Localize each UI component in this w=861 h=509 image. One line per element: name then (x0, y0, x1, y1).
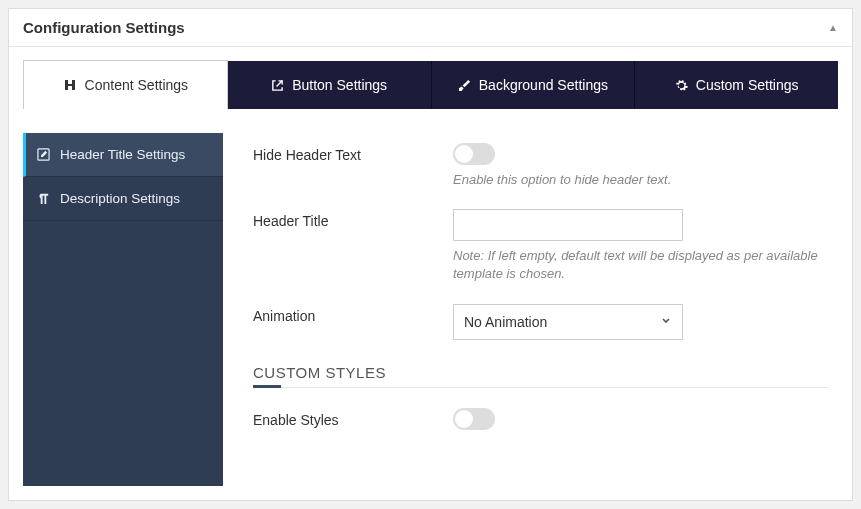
tab-content-settings[interactable]: Content Settings (23, 60, 228, 109)
chevron-down-icon (660, 314, 672, 329)
hide-header-text-help: Enable this option to hide header text. (453, 171, 828, 189)
panel-header: Configuration Settings ▲ (9, 9, 852, 47)
tab-custom-settings[interactable]: Custom Settings (635, 61, 838, 109)
tab-label: Background Settings (479, 77, 608, 93)
sidebar-item-description[interactable]: Description Settings (23, 177, 223, 221)
animation-label: Animation (253, 304, 453, 324)
header-title-input[interactable] (453, 209, 683, 241)
sidebar-item-label: Header Title Settings (60, 147, 185, 162)
animation-selected-value: No Animation (464, 314, 547, 330)
tab-label: Button Settings (292, 77, 387, 93)
enable-styles-toggle[interactable] (453, 408, 495, 430)
sidebar: Header Title Settings Description Settin… (23, 133, 223, 486)
heading-icon (63, 78, 77, 92)
header-title-label: Header Title (253, 209, 453, 229)
tab-button-settings[interactable]: Button Settings (228, 61, 432, 109)
panel-title: Configuration Settings (23, 19, 185, 36)
collapse-icon[interactable]: ▲ (828, 22, 838, 33)
hide-header-text-label: Hide Header Text (253, 143, 453, 163)
custom-styles-heading: CUSTOM STYLES (253, 364, 828, 388)
tab-label: Custom Settings (696, 77, 799, 93)
configuration-panel: Configuration Settings ▲ Content Setting… (8, 8, 853, 501)
tab-background-settings[interactable]: Background Settings (432, 61, 636, 109)
tab-label: Content Settings (85, 77, 189, 93)
animation-select[interactable]: No Animation (453, 304, 683, 340)
brush-icon (458, 79, 471, 92)
paragraph-icon (37, 192, 50, 205)
external-link-icon (271, 79, 284, 92)
tabs-row: Content Settings Button Settings Backgro… (23, 61, 838, 109)
sidebar-item-header-title[interactable]: Header Title Settings (23, 133, 223, 177)
hide-header-text-toggle[interactable] (453, 143, 495, 165)
sidebar-item-label: Description Settings (60, 191, 180, 206)
header-title-note: Note: If left empty, default text will b… (453, 247, 828, 283)
enable-styles-label: Enable Styles (253, 408, 453, 428)
gear-icon (675, 79, 688, 92)
form-content: Hide Header Text Enable this option to h… (223, 133, 838, 486)
edit-icon (37, 148, 50, 161)
